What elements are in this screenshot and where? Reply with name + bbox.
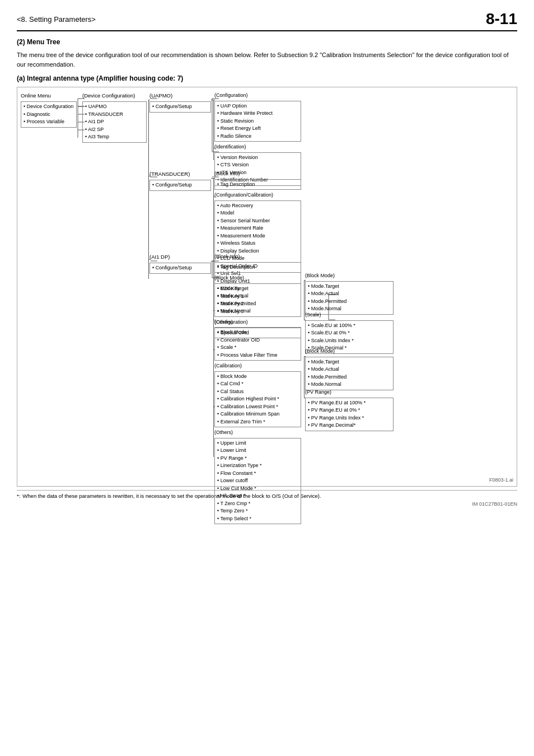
ai1-others-tempselect: • Temp Select * xyxy=(217,515,298,523)
col5-blockmode: (Block Mode) • Mode.Target • Mode.Actual… xyxy=(305,272,394,316)
col5-bm-target: • Mode.Target xyxy=(308,283,391,291)
col2-vline xyxy=(148,100,149,279)
ai1-config-concentrator: • Concentrator OID xyxy=(217,337,298,344)
ai1-calib-blockmode: • Block Mode xyxy=(217,373,298,381)
col4-ai1-calib-header: (Calibration) xyxy=(214,362,301,370)
hconn-uapmo xyxy=(148,100,150,100)
col4-uapmo-ident-header: (Identification) xyxy=(214,143,301,151)
ai1-calib-extzero: • External Zero Trim * xyxy=(217,418,298,426)
confcal-item-wireless: • Wireless Status xyxy=(217,240,298,248)
uapmo-item-hw: • Hardware Write Protect xyxy=(217,110,298,118)
ai1-others-hlswap: • H/L Swap * xyxy=(217,492,298,500)
hconn-ai1-blockmode xyxy=(213,278,215,278)
col3a-uapmo: (UAPMO) • Configure/Setup xyxy=(149,92,211,113)
section-2-body: The menu tree of the device configuratio… xyxy=(17,50,517,69)
confcal-item-measmode: • Measurement Mode xyxy=(217,232,298,240)
col2-item-ai1dp: • AI1 DP xyxy=(85,118,144,126)
hconn-ai1-config xyxy=(213,310,215,311)
hconn-confcal xyxy=(213,197,215,197)
hconn-col5-bm2 xyxy=(304,356,306,357)
ai1-others-lower: • Lower Limit xyxy=(217,447,298,455)
col3c-item: • Configure/Setup xyxy=(149,263,211,274)
col4-ai1-others-box: • Upper Limit • Lower Limit • PV Range *… xyxy=(214,438,301,525)
col2-device-config: (Device Configuration) • UAPMO • TRANSDU… xyxy=(82,92,147,143)
col5-blockmode2: (Block Mode) • Mode.Target • Mode.Actual… xyxy=(305,348,394,392)
section-a-heading: (a) Integral antenna type (Amplifier hou… xyxy=(17,74,517,82)
ai1-calib-minspan: • Calibration Minimum Span xyxy=(217,410,298,418)
ai1-bm-normal: • Mode.Normal xyxy=(217,307,298,315)
col5-scale-header: (Scale) xyxy=(305,311,394,319)
ai1-bm-permitted: • Mode.Permitted xyxy=(217,300,298,308)
hconn-col5-scale xyxy=(304,320,306,320)
col5-blockmode-box: • Mode.Target • Mode.Actual • Mode.Permi… xyxy=(305,281,394,315)
ai1-calib-calcmd: • Cal Cmd * xyxy=(217,380,298,388)
col4-trans-blockinfo-header: (Block Info) xyxy=(214,170,301,178)
col3c-vline xyxy=(213,261,214,457)
col4-ai1-blockinfo: (Block Info) • Tag Description (Block Mo… xyxy=(214,253,301,526)
col5-blockmode2-header: (Block Mode) xyxy=(305,348,394,356)
ai1-bm-actual: • Mode.Actual xyxy=(217,292,298,300)
col4-ai1-others-header: (Others) xyxy=(214,429,301,437)
col1-item-3: • Process Variable xyxy=(24,118,74,126)
col3c-header: (AI1 DP) xyxy=(149,253,211,261)
page-number: 8-11 xyxy=(486,11,517,27)
confcal-item-model: • Model xyxy=(217,209,298,217)
col4-confcal-header: (Configuration/Calibration) xyxy=(214,192,301,199)
fig-label: F0803-1.ai xyxy=(489,477,513,484)
col2-item-uapmo: • UAPMO xyxy=(85,103,144,111)
ai1-config-scale: • Scale * xyxy=(217,344,298,352)
hconn-ident xyxy=(213,148,215,148)
col5-pvrange-units: • PV Range.Units Index * xyxy=(308,414,391,422)
ai1-calib-highest: • Calibration Highest Point * xyxy=(217,395,298,403)
hconn-col5-pvrange xyxy=(304,398,306,398)
page-header: <8. Setting Parameters> 8-11 xyxy=(17,11,517,31)
col1-box: • Device Configuration • Diagnostic • Pr… xyxy=(21,101,77,128)
col5-scale-eu100: • Scale.EU at 100% * xyxy=(308,322,391,330)
uapmo-item-option: • UAP Option xyxy=(217,102,298,110)
uapmo-item-static: • Static Revision xyxy=(217,118,298,125)
ai1-calib-calstatus: • Cal Status xyxy=(217,388,298,396)
col3a-item: • Configure/Setup xyxy=(149,101,211,113)
col5-pvrange: (PV Range) • PV Range.EU at 100% * • PV … xyxy=(305,389,394,433)
col4-ai1-config-box: • Block Mode • Concentrator OID • Scale … xyxy=(214,327,301,361)
col5-pvrange-eu100: • PV Range.EU at 100% * xyxy=(308,399,391,407)
col4-ai1-blockmode-box: • Mode.Target • Mode.Actual • Mode.Permi… xyxy=(214,283,301,317)
tree-diagram: Online Menu • Device Configuration • Dia… xyxy=(17,87,517,487)
col5-scale-eu0: • Scale.EU at 0% * xyxy=(308,329,391,337)
col4-ai1-config-header: (Configuration) xyxy=(214,319,301,326)
col5-bm-permitted: • Mode.Permitted xyxy=(308,298,391,306)
col5-blockmode-header: (Block Mode) xyxy=(305,272,394,280)
col5-pvrange-header: (PV Range) xyxy=(305,389,394,396)
col1-header: Online Menu xyxy=(21,92,77,100)
col5-scale-units: • Scale.Units Index * xyxy=(308,337,391,345)
col4-ai1-blockinfo-box: • Tag Description xyxy=(214,262,301,273)
col4-trans-blockinfo-box: • Tag Description xyxy=(214,179,301,190)
ident-item-cts: • CTS Version xyxy=(217,161,298,169)
col5-pvrange-eu0: • PV Range.EU at 0% * xyxy=(308,407,391,414)
ident-item-version: • Version Revision xyxy=(217,154,298,162)
ai1-others-tempzero: • Temp Zero * xyxy=(217,507,298,515)
ai1-others-flowconst: • Flow Constant * xyxy=(217,470,298,478)
trans-item-tagdesc: • Tag Description xyxy=(217,181,298,189)
col4-uapmo-config-box: • UAP Option • Hardware Write Protect • … xyxy=(214,101,301,142)
ai1-others-upper: • Upper Limit xyxy=(217,440,298,447)
ai1-others-lintype: • Linerization Type * xyxy=(217,462,298,470)
col3b-item: • Configure/Setup xyxy=(149,180,211,191)
col4-ai1-calib-box: • Block Mode • Cal Cmd * • Cal Status • … xyxy=(214,371,301,428)
col3c-ai1dp: (AI1 DP) • Configure/Setup xyxy=(149,253,211,274)
ai1-config-pvfilter: • Process Value Filter Time xyxy=(217,352,298,360)
col2-item-ai3temp: • AI3 Temp xyxy=(85,133,144,141)
col2-header: (Device Configuration) xyxy=(82,92,147,100)
ai1-calib-lowest: • Calibration Lowest Point * xyxy=(217,403,298,411)
ai1-bm-target: • Mode.Target xyxy=(217,285,298,293)
col3b-header: (TRANSDUCER) xyxy=(149,170,211,178)
page-header-title: <8. Setting Parameters> xyxy=(17,15,96,24)
col2-box: • UAPMO • TRANSDUCER • AI1 DP • AI2 SP •… xyxy=(82,101,147,143)
col1-item-1: • Device Configuration xyxy=(24,103,74,111)
col5-bm-actual: • Mode.Actual xyxy=(308,290,391,298)
col5-pvrange-box: • PV Range.EU at 100% * • PV Range.EU at… xyxy=(305,398,394,431)
ai1-item-tagdesc: • Tag Description xyxy=(217,264,298,272)
col5-bm2-permitted: • Mode.Permitted xyxy=(308,374,391,381)
col3a-vline xyxy=(213,100,214,160)
col2-item-transducer: • TRANSDUCER xyxy=(85,111,144,119)
